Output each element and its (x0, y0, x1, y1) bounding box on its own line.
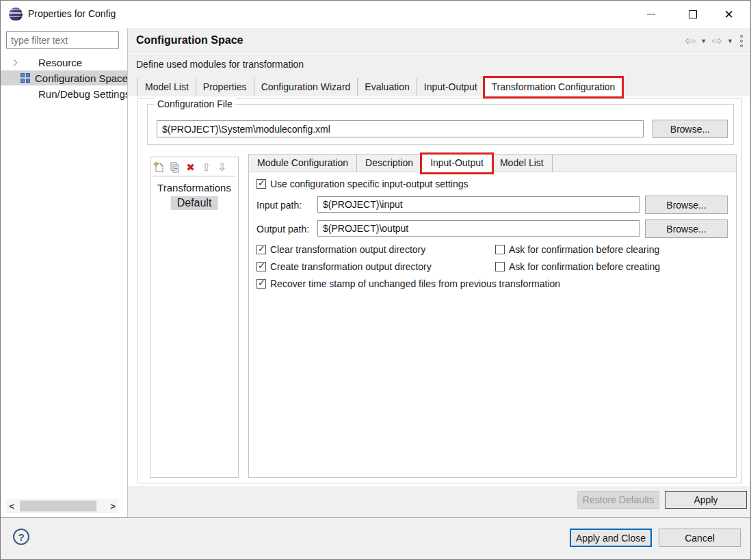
input-path-label: Input path: (256, 200, 302, 211)
ask-before-creating-option: Ask for confirmation before creating (495, 261, 660, 272)
recover-timestamp-option: Recover time stamp of unchanged files fr… (256, 278, 560, 289)
tab-inner-input-output[interactable]: Input-Output (422, 155, 492, 172)
tab-inner-model-list[interactable]: Model List (492, 155, 553, 172)
tab-properties[interactable]: Properties (196, 78, 254, 96)
tab-model-list[interactable]: Model List (137, 78, 196, 96)
filter-input[interactable] (6, 31, 119, 49)
checkbox-label: Recover time stamp of unchanged files fr… (270, 278, 560, 289)
clear-output-option: Clear transformation output directory (256, 244, 425, 255)
expand-chevron-icon[interactable] (11, 59, 18, 66)
tab-configuration-wizard[interactable]: Configuration Wizard (254, 78, 358, 96)
restore-defaults-button[interactable]: Restore Defaults (577, 491, 659, 509)
inner-tab-bar: Module Configuration Description Input-O… (249, 155, 736, 172)
sidebar-item-label: Resource (38, 57, 82, 68)
use-specific-settings-option: Use configuration specific input-output … (256, 178, 469, 189)
transformations-label: Transformations (150, 182, 238, 194)
checkbox-label: Clear transformation output directory (270, 244, 425, 255)
sidebar-item-label: Configuration Space (35, 72, 128, 84)
scrollbar-thumb[interactable] (20, 501, 96, 511)
preferences-sidebar: Resource Configuration Space Run/Debug S… (1, 28, 128, 517)
page-title: Configuration Space (136, 34, 243, 46)
move-up-button[interactable]: ⇧ (200, 161, 212, 173)
create-output-checkbox[interactable] (256, 262, 266, 271)
sidebar-item-run-debug-settings[interactable]: Run/Debug Settings (1, 86, 128, 101)
transformation-tab-folder: Module Configuration Description Input-O… (248, 154, 737, 478)
apply-button[interactable]: Apply (665, 491, 747, 509)
use-specific-settings-checkbox[interactable] (256, 179, 266, 189)
tab-transformation-configuration[interactable]: Transformation Configuration (485, 78, 622, 96)
view-menu-icon[interactable] (738, 35, 745, 47)
close-icon: ✕ (724, 9, 733, 21)
minimize-button[interactable] (635, 1, 667, 28)
tab-input-output[interactable]: Input-Output (417, 78, 485, 96)
dialog-button-bar: ? Apply and Close Cancel (1, 518, 751, 560)
input-path-browse-button[interactable]: Browse... (645, 196, 728, 214)
config-grid-icon (21, 73, 30, 83)
configuration-file-group: Configuration File Browse... (147, 104, 734, 145)
tab-evaluation[interactable]: Evaluation (358, 78, 417, 96)
maximize-button[interactable] (676, 1, 709, 28)
ask-before-clearing-option: Ask for confirmation before clearing (495, 244, 659, 255)
minimize-icon (647, 14, 655, 15)
ask-before-clearing-checkbox[interactable] (495, 245, 505, 254)
recover-timestamp-checkbox[interactable] (256, 279, 266, 289)
page-header: Configuration Space ⇦ ▼ ⇨ ▼ (128, 28, 751, 53)
transformation-list-item-default[interactable]: Default (171, 196, 218, 210)
title-bar: Properties for Config ✕ (1, 1, 750, 28)
delete-transformation-button[interactable]: ✖ (185, 161, 196, 173)
copy-transformation-button[interactable] (169, 161, 181, 173)
checkbox-label: Ask for confirmation before creating (509, 261, 660, 272)
copy-icon (169, 161, 181, 173)
cancel-button[interactable]: Cancel (659, 529, 741, 547)
apply-button-bar: Restore Defaults Apply (128, 486, 751, 517)
scroll-right-icon[interactable]: > (107, 501, 118, 511)
page-description-bar: Define used modules for transformation (128, 54, 751, 78)
sidebar-item-label: Run/Debug Settings (38, 88, 128, 100)
tab-content: Configuration File Browse... (128, 96, 751, 486)
forward-dropdown-icon[interactable]: ▼ (727, 38, 733, 44)
forward-arrow-icon[interactable]: ⇨ (711, 34, 722, 47)
create-output-option: Create transformation output directory (256, 261, 432, 272)
output-path-field[interactable] (317, 220, 640, 237)
checkbox-label: Ask for confirmation before clearing (509, 244, 659, 255)
maximize-icon (689, 10, 697, 18)
outer-tab-bar: Model List Properties Configuration Wiza… (128, 78, 751, 96)
help-icon[interactable]: ? (13, 529, 29, 545)
configuration-file-browse-button[interactable]: Browse... (653, 120, 728, 138)
new-icon (153, 161, 165, 173)
sidebar-item-resource[interactable]: Resource (1, 55, 128, 70)
apply-and-close-button[interactable]: Apply and Close (570, 529, 652, 547)
transformations-panel: ✖ ⇧ ⇩ Transformations Default (150, 157, 239, 478)
configuration-file-group-label: Configuration File (155, 98, 235, 109)
transformations-toolbar: ✖ ⇧ ⇩ (153, 161, 235, 176)
clear-output-checkbox[interactable] (256, 245, 266, 254)
close-button[interactable]: ✕ (713, 1, 745, 28)
ask-before-creating-checkbox[interactable] (495, 262, 505, 271)
transformation-configuration-panel: Configuration File Browse... (137, 98, 742, 483)
back-dropdown-icon[interactable]: ▼ (700, 38, 707, 44)
back-arrow-icon[interactable]: ⇦ (685, 34, 696, 47)
page-description: Define used modules for transformation (136, 59, 304, 70)
scroll-left-icon[interactable]: < (6, 501, 17, 511)
sidebar-item-configuration-space[interactable]: Configuration Space (1, 70, 128, 85)
eclipse-logo-icon (9, 8, 23, 21)
new-transformation-button[interactable] (153, 161, 165, 173)
window-title: Properties for Config (28, 8, 116, 19)
tab-description[interactable]: Description (357, 155, 422, 172)
tab-module-configuration[interactable]: Module Configuration (249, 155, 357, 172)
output-path-label: Output path: (256, 224, 309, 235)
sidebar-horizontal-scrollbar[interactable]: < > (6, 499, 118, 513)
checkbox-label: Create transformation output directory (270, 261, 432, 272)
move-down-button[interactable]: ⇩ (216, 161, 228, 173)
checkbox-label: Use configuration specific input-output … (270, 178, 469, 189)
input-path-field[interactable] (317, 196, 640, 213)
configuration-file-input[interactable] (157, 120, 644, 137)
output-path-browse-button[interactable]: Browse... (645, 219, 728, 238)
